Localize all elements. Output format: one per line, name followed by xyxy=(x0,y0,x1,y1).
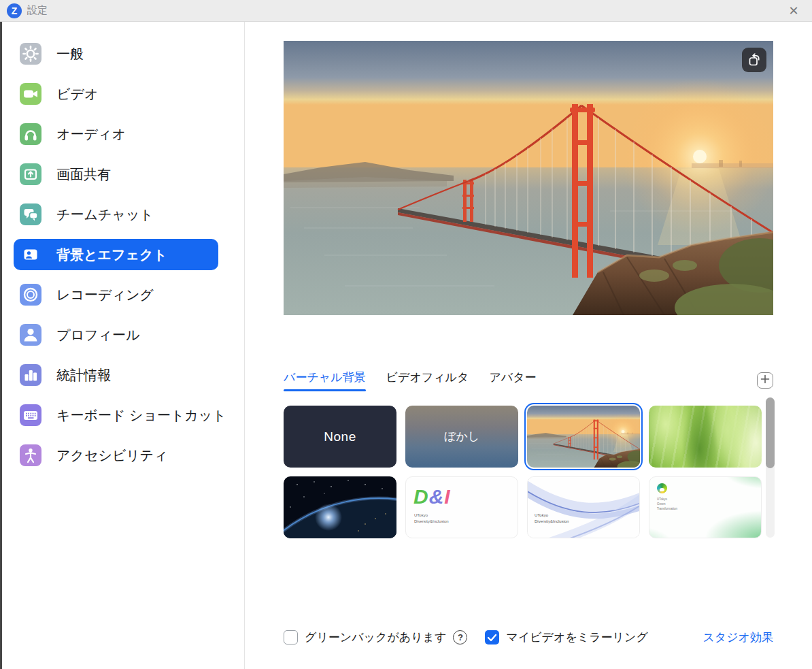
sidebar-item-accessibility[interactable]: アクセシビリティ xyxy=(14,440,218,471)
window-title: 設定 xyxy=(27,4,48,17)
keyboard-icon xyxy=(20,404,41,426)
sidebar-item-screen-share[interactable]: 画面共有 xyxy=(14,159,218,190)
sidebar-item-statistics[interactable]: 統計情報 xyxy=(14,359,218,391)
accessibility-icon xyxy=(20,444,41,466)
sidebar-item-label: プロフィール xyxy=(56,326,139,344)
background-tabs: バーチャル背景 ビデオフィルタ アバター xyxy=(284,370,773,391)
gear-icon xyxy=(20,43,41,65)
add-background-button[interactable] xyxy=(757,372,773,389)
mirror-video-checkbox[interactable] xyxy=(485,630,499,644)
thumbnail-none[interactable]: None xyxy=(284,406,396,468)
thumbnails-scrollbar xyxy=(766,397,775,538)
background-effects-panel: バーチャル背景 ビデオフィルタ アバター None ぼかし xyxy=(245,22,812,669)
zoom-logo-icon: Z xyxy=(7,3,22,18)
person-icon xyxy=(20,324,41,346)
thumbnail-utokyo-di-logo[interactable]: D&I UTokyo Diversity&Inclusion xyxy=(405,476,518,538)
thumbnail-utokyo-di-waves[interactable]: UTokyo Diversity&Inclusion xyxy=(527,476,640,538)
sidebar-item-profile[interactable]: プロフィール xyxy=(14,319,218,350)
tab-video-filters[interactable]: ビデオフィルタ xyxy=(386,370,469,391)
studio-effects-link[interactable]: スタジオ効果 xyxy=(703,630,773,645)
thumbnail-golden-gate[interactable] xyxy=(527,406,640,468)
video-preview xyxy=(284,41,773,315)
background-options-bar: グリーンバックがあります ? マイビデオをミラーリング スタジオ効果 xyxy=(284,630,773,645)
share-screen-icon xyxy=(20,163,41,185)
record-ring-icon xyxy=(20,284,41,306)
green-screen-checkbox[interactable] xyxy=(284,630,298,644)
plus-icon xyxy=(757,371,773,390)
chat-bubbles-icon xyxy=(20,203,41,225)
bar-chart-icon xyxy=(20,364,41,386)
sidebar-item-label: チームチャット xyxy=(56,206,154,224)
sidebar-item-background-effects[interactable]: 背景とエフェクト xyxy=(14,239,218,270)
thumbnail-earth-space[interactable] xyxy=(284,476,396,538)
mirror-video-label: マイビデオをミラーリング xyxy=(506,630,647,645)
thumbnail-caption: UTokyo Diversity&Inclusion xyxy=(535,512,569,525)
background-thumbnails: None ぼかし xyxy=(284,406,762,538)
sidebar-item-label: オーディオ xyxy=(56,125,126,144)
sidebar-item-team-chat[interactable]: チームチャット xyxy=(14,199,218,230)
sidebar-item-label: 背景とエフェクト xyxy=(56,246,167,264)
sidebar-item-recording[interactable]: レコーディング xyxy=(14,279,218,310)
sidebar-item-label: アクセシビリティ xyxy=(56,446,168,465)
sidebar-item-keyboard-shortcuts[interactable]: キーボード ショートカット xyxy=(14,399,218,431)
thumbnail-caption: UTokyo Green Transformation xyxy=(657,497,677,512)
background-person-icon xyxy=(20,244,41,265)
close-icon[interactable]: ✕ xyxy=(782,1,805,20)
rotate-preview-button[interactable] xyxy=(742,48,766,72)
sidebar-item-general[interactable]: 一般 xyxy=(14,38,218,69)
sidebar-item-label: ビデオ xyxy=(56,85,98,103)
tab-virtual-background[interactable]: バーチャル背景 xyxy=(284,370,366,391)
thumbnail-grass[interactable] xyxy=(649,406,762,468)
sidebar-item-audio[interactable]: オーディオ xyxy=(14,118,218,150)
green-screen-label: グリーンバックがあります xyxy=(305,630,446,645)
sidebar-item-label: キーボード ショートカット xyxy=(56,406,226,425)
titlebar: Z 設定 ✕ xyxy=(0,0,812,22)
headphones-icon xyxy=(20,123,41,145)
sidebar-item-video[interactable]: ビデオ xyxy=(14,78,218,110)
settings-window: 一般 ビデオ オーディオ 画面共有 xyxy=(0,22,812,669)
thumbnail-utokyo-green[interactable]: UTokyo Green Transformation xyxy=(649,476,762,538)
tab-avatar[interactable]: アバター xyxy=(489,370,536,391)
di-logo: D&I xyxy=(413,487,451,507)
thumbnail-caption: UTokyo Diversity&Inclusion xyxy=(414,512,449,525)
sidebar-item-label: 一般 xyxy=(56,45,84,63)
sidebar-item-label: 画面共有 xyxy=(56,165,111,184)
video-camera-icon xyxy=(20,83,41,105)
settings-sidebar: 一般 ビデオ オーディオ 画面共有 xyxy=(2,22,245,669)
thumbnails-scrollbar-thumb[interactable] xyxy=(766,397,775,468)
sidebar-item-label: 統計情報 xyxy=(56,366,111,385)
help-icon[interactable]: ? xyxy=(453,630,467,644)
thumbnail-label: None xyxy=(284,406,396,468)
thumbnail-label: ぼかし xyxy=(405,406,518,468)
sidebar-item-label: レコーディング xyxy=(56,286,154,304)
utokyo-green-logo-icon xyxy=(657,483,667,493)
thumbnail-blur[interactable]: ぼかし xyxy=(405,406,518,468)
